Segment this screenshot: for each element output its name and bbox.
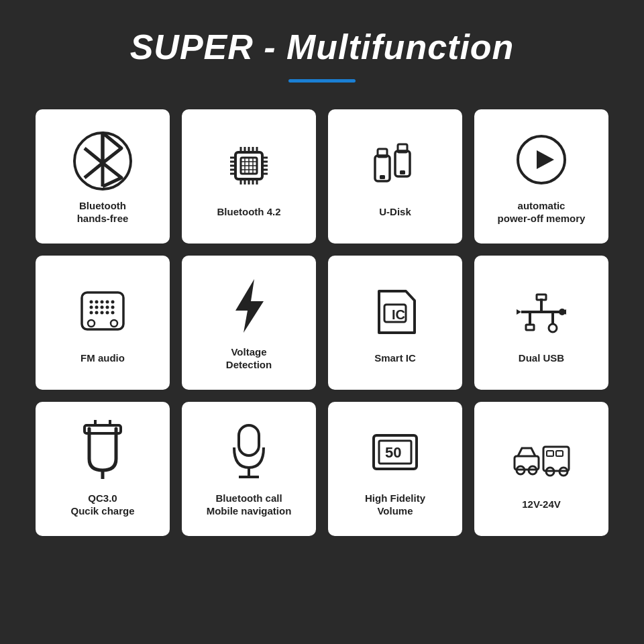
page-title: SUPER - Multifunction [130,27,515,67]
card-dual-usb: Dual USB [474,256,608,390]
svg-text:50: 50 [385,444,401,461]
vehicles-icon [511,428,572,488]
card-label: Bluetoothhands-free [77,199,129,225]
card-label: High FidelityVolume [365,492,425,518]
card-u-disk: U-Disk [328,109,462,244]
svg-point-52 [106,311,109,315]
svg-point-49 [90,311,93,315]
svg-point-44 [90,306,93,309]
card-qc30: QC3.0Qucik charge [36,402,170,536]
feature-grid: Bluetoothhands-free [15,109,629,536]
microphone-icon [219,422,279,482]
svg-point-41 [101,301,104,304]
svg-marker-66 [517,309,521,315]
svg-point-63 [549,324,557,332]
hifi-icon: 50 [365,422,425,482]
svg-rect-84 [556,451,563,456]
svg-point-53 [111,311,115,315]
chip-icon [219,136,279,196]
card-label: FM audio [80,352,125,365]
card-label: Bluetooth callMobile navigation [207,492,292,518]
card-label: automaticpower-off memory [498,199,586,225]
card-high-fidelity: 50 High FidelityVolume [328,402,462,536]
svg-point-43 [111,301,115,304]
svg-point-39 [90,301,93,304]
svg-point-48 [111,306,115,309]
svg-point-54 [88,320,95,327]
qc-charge-icon [72,422,133,482]
svg-rect-65 [526,325,534,330]
card-bluetooth-42: Bluetooth 4.2 [182,109,316,244]
svg-point-50 [95,311,99,315]
svg-rect-35 [400,170,405,174]
card-voltage-detection: VoltageDetection [182,256,316,390]
svg-point-46 [101,306,104,309]
card-auto-power-off: automaticpower-off memory [474,109,608,244]
card-bluetooth-hands-free: Bluetoothhands-free [36,109,170,244]
usb-drive-icon [365,136,425,196]
card-label: QC3.0Qucik charge [70,492,134,518]
svg-text:IC: IC [392,307,405,322]
ic-card-icon: IC [365,282,425,342]
card-label: Smart IC [374,352,416,365]
svg-point-47 [106,306,109,309]
svg-rect-32 [380,175,385,179]
card-voltage-range: 12V-24V [474,402,608,536]
svg-point-40 [95,301,99,304]
card-label: 12V-24V [522,498,561,511]
title-underline [288,79,356,83]
svg-rect-61 [537,294,546,300]
card-label: Dual USB [519,352,564,365]
svg-point-55 [111,320,117,327]
play-circle-icon [511,129,572,190]
svg-point-45 [95,306,99,309]
card-label: VoltageDetection [226,345,272,372]
card-fm-audio: FM audio [36,256,170,390]
bluetooth-icon [72,129,133,190]
svg-rect-83 [547,451,553,456]
svg-point-51 [101,311,104,315]
card-label: U-Disk [379,205,411,219]
svg-rect-73 [239,425,259,455]
svg-marker-37 [537,150,554,169]
svg-marker-56 [235,279,264,333]
card-bluetooth-call: Bluetooth callMobile navigation [182,402,316,536]
svg-point-42 [106,301,109,304]
card-smart-ic: IC Smart IC [328,256,462,390]
fm-icon [72,282,133,342]
card-label: Bluetooth 4.2 [217,205,280,219]
dual-usb-icon [511,282,572,342]
lightning-icon [219,276,279,336]
